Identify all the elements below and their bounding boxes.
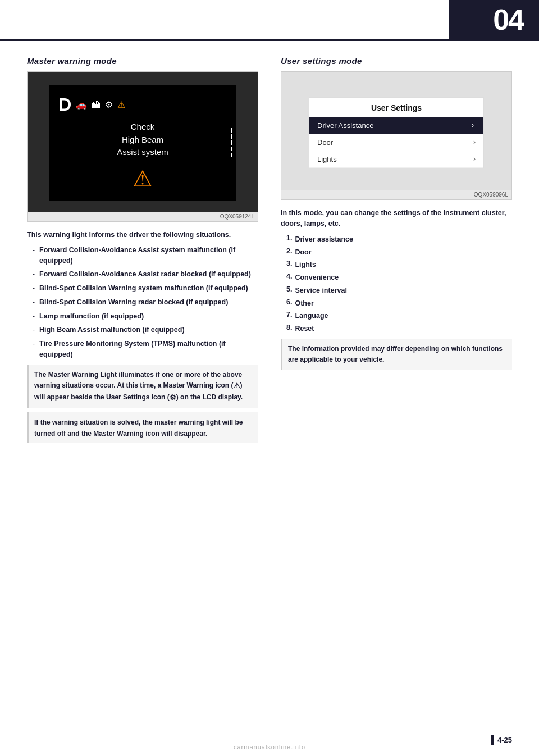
usd-label-door: Door [317,138,333,147]
chapter-bar: 04 [449,0,539,39]
master-warning-display: D 🚗 🏔 ⚙ ⚠ CheckHigh BeamAssist system ⚠ [49,85,236,201]
numbered-num-4: 4. [286,272,292,283]
bullet-item-7: - Tire Pressure Monitoring System (TPMS)… [33,339,258,360]
mwd-car-icon: 🚗 [76,99,87,110]
mwd-warning-icon: ⚠ [117,99,125,110]
left-image-caption: OQX059124L [28,212,258,221]
bullet-dot-3: - [33,284,35,294]
right-column: User settings mode User Settings Driver … [281,56,512,448]
mwd-icons-row: D 🚗 🏔 ⚙ ⚠ [58,94,125,115]
left-intro-text: This warning light informs the driver th… [27,230,258,240]
usd-item-lights: Lights › [309,151,483,168]
numbered-num-6: 6. [286,298,292,309]
usd-arrow-door: › [473,138,476,146]
numbered-num-7: 7. [286,311,292,321]
master-warning-image: D 🚗 🏔 ⚙ ⚠ CheckHigh BeamAssist system ⚠ [27,71,258,222]
top-divider [0,39,539,41]
bullet-dot-1: - [33,246,35,266]
bullet-text-5: Lamp malfunction (if equipped) [39,311,144,322]
page-number-area: 4-25 [491,735,512,745]
numbered-item-5: 5. Service interval [286,285,512,296]
numbered-item-2: 2. Door [286,247,512,258]
numbered-item-8: 8. Reset [286,324,512,334]
numbered-item-7: 7. Language [286,311,512,321]
note-box-1: The Master Warning Light illuminates if … [27,365,258,408]
mwd-mountain-icon: 🏔 [92,100,101,110]
chapter-number: 04 [493,3,523,37]
bullet-text-4: Blind-Spot Collision Warning radar block… [39,297,228,308]
bullet-item-3: - Blind-Spot Collision Warning system ma… [33,283,258,294]
numbered-item-3: 3. Lights [286,259,512,270]
mwd-letter: D [58,94,71,115]
numbered-item-6: 6. Other [286,298,512,309]
mwd-triangle: ⚠ [58,166,227,192]
note-text-1: The Master Warning Light illuminates if … [34,371,243,401]
page-number: 4-25 [497,736,512,744]
bullet-dot-6: - [33,326,35,335]
usd-item-door: Door › [309,134,483,151]
numbered-num-1: 1. [286,234,292,245]
left-column: Master warning mode D 🚗 🏔 ⚙ ⚠ CheckHigh … [27,56,258,448]
left-section-title: Master warning mode [27,56,258,66]
inline-warning-icon: ⚠ [234,380,240,391]
numbered-text-4: Convenience [295,272,339,283]
right-section-title: User settings mode [281,56,512,66]
numbered-text-6: Other [295,298,313,309]
bullet-item-4: - Blind-Spot Collision Warning radar blo… [33,297,258,308]
user-settings-image: User Settings Driver Assistance › Door ›… [281,71,512,200]
bullet-dot-4: - [33,298,35,308]
mwd-dashes [231,85,232,201]
bullet-item-6: - High Beam Assist malfunction (if equip… [33,325,258,335]
usd-title: User Settings [309,98,483,117]
bullet-dot-2: - [33,270,35,280]
note-box-2: If the warning situation is solved, the … [27,412,258,443]
usd-item-driver-assistance: Driver Assistance › [309,117,483,134]
numbered-item-4: 4. Convenience [286,272,512,283]
page-num-bar [491,735,494,745]
bullet-dot-5: - [33,312,35,322]
right-intro-text: In this mode, you can change the setting… [281,208,512,230]
numbered-text-5: Service interval [295,285,346,296]
bullet-list: - Forward Collision-Avoidance Assist sys… [33,245,258,360]
bullet-item-5: - Lamp malfunction (if equipped) [33,311,258,322]
bullet-dot-7: - [33,340,35,360]
bullet-item-1: - Forward Collision-Avoidance Assist sys… [33,245,258,266]
numbered-text-2: Door [295,247,311,258]
bullet-text-6: High Beam Assist malfunction (if equippe… [39,325,185,335]
numbered-text-3: Lights [295,259,316,270]
numbered-num-3: 3. [286,259,292,270]
usd-label-lights: Lights [317,155,337,163]
bullet-text-2: Forward Collision-Avoidance Assist radar… [39,269,251,280]
bullet-text-1: Forward Collision-Avoidance Assist syste… [39,245,258,266]
usd-arrow-driver-assistance: › [472,121,474,129]
numbered-num-5: 5. [286,285,292,296]
right-note-text: The information provided may differ depe… [288,345,503,364]
numbered-list: 1. Driver assistance 2. Door 3. Lights 4… [286,234,512,334]
usd-arrow-lights: › [473,155,476,163]
bullet-text-7: Tire Pressure Monitoring System (TPMS) m… [39,339,258,360]
watermark: carmanualsonline.info [234,744,305,750]
bullet-item-2: - Forward Collision-Avoidance Assist rad… [33,269,258,280]
numbered-item-1: 1. Driver assistance [286,234,512,245]
note-text-2: If the warning situation is solved, the … [34,418,243,438]
right-note-box: The information provided may differ depe… [281,339,512,370]
usd-label-driver-assistance: Driver Assistance [317,121,373,130]
numbered-num-8: 8. [286,324,292,334]
bullet-text-3: Blind-Spot Collision Warning system malf… [39,283,248,294]
right-image-caption: OQX059096L [281,190,511,199]
inline-gear-icon: ⚙ [170,392,176,403]
user-settings-display: User Settings Driver Assistance › Door ›… [309,97,484,168]
numbered-text-1: Driver assistance [295,234,353,245]
numbered-num-2: 2. [286,247,292,258]
mwd-gear-icon: ⚙ [105,99,113,110]
numbered-text-8: Reset [295,324,314,334]
mwd-check-text: CheckHigh BeamAssist system [58,121,227,159]
numbered-text-7: Language [295,311,328,321]
